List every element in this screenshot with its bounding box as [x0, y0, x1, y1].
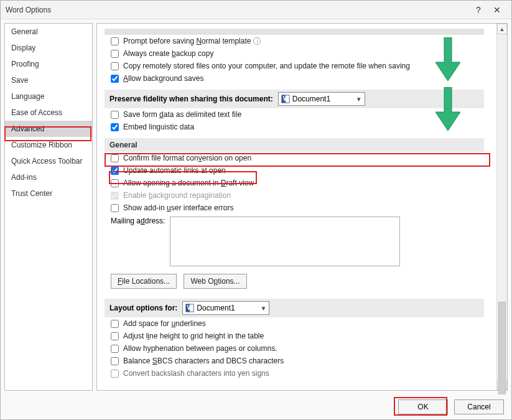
preserve-doc-select[interactable]: W Document1 ▼: [278, 92, 365, 106]
label-enable-bg-repagination: Enable background repagination: [123, 191, 231, 200]
sidebar-item-ease-of-access[interactable]: Ease of Access: [5, 105, 92, 121]
label-adjust-line-height: Adjust line height to grid height in the…: [123, 332, 264, 340]
label-show-addin-errors: Show add-in user interface errors: [123, 203, 233, 212]
checkbox-save-form-data[interactable]: [111, 111, 119, 119]
help-button[interactable]: ?: [469, 1, 488, 19]
label-balance-sbcs: Balance SBCS characters and DBCS charact…: [123, 357, 284, 365]
word-doc-icon: W: [281, 95, 290, 103]
checkbox-adjust-line-height[interactable]: [111, 332, 119, 340]
section-general: General: [105, 138, 484, 152]
cancel-button[interactable]: Cancel: [454, 399, 504, 414]
ok-button[interactable]: OK: [398, 399, 448, 414]
checkbox-copy-remote[interactable]: [111, 62, 119, 70]
opt-allow-hyphenation[interactable]: Allow hyphenation between pages or colum…: [105, 342, 484, 355]
sidebar-item-advanced[interactable]: Advanced: [5, 121, 92, 137]
word-doc-icon: W: [185, 304, 194, 312]
layout-options-row: Layout options for: W Document1 ▼: [105, 299, 484, 317]
svg-text:W: W: [282, 95, 289, 102]
opt-copy-remote[interactable]: Copy remotely stored files onto your com…: [105, 60, 484, 72]
sidebar-item-language[interactable]: Language: [5, 88, 92, 105]
mailing-address-row: Mailing address:: [105, 214, 484, 269]
opt-allow-bg-saves[interactable]: Allow background saves: [105, 72, 484, 85]
mailing-address-field[interactable]: [170, 217, 400, 266]
file-locations-button[interactable]: File Locations...: [111, 274, 177, 289]
titlebar: Word Options ? ✕: [1, 1, 511, 19]
opt-update-auto-links[interactable]: Update automatic links at open: [105, 164, 484, 177]
opt-balance-sbcs[interactable]: Balance SBCS characters and DBCS charact…: [105, 355, 484, 367]
label-embed-linguistic: Embed linguistic data: [123, 123, 194, 131]
preserve-doc-value: Document1: [292, 95, 330, 103]
checkbox-add-space-underlines[interactable]: [111, 320, 119, 328]
sidebar-item-customize-ribbon[interactable]: Customize Ribbon: [5, 137, 92, 153]
vertical-scrollbar[interactable]: ▲ ▼: [496, 24, 507, 390]
sidebar-item-add-ins[interactable]: Add-ins: [5, 169, 92, 185]
checkbox-allow-hyphenation[interactable]: [111, 345, 119, 353]
label-add-space-underlines: Add space for underlines: [123, 319, 206, 328]
preserve-fidelity-row: Preserve fidelity when sharing this docu…: [105, 90, 484, 108]
sidebar-item-quick-access-toolbar[interactable]: Quick Access Toolbar: [5, 153, 92, 169]
opt-allow-draft[interactable]: Allow opening a document in Draft view: [105, 177, 484, 189]
sidebar-item-save[interactable]: Save: [5, 72, 92, 88]
sidebar-item-general[interactable]: General: [5, 24, 92, 40]
sidebar-item-trust-center[interactable]: Trust Center: [5, 185, 92, 202]
checkbox-balance-sbcs[interactable]: [111, 357, 119, 365]
label-allow-hyphenation: Allow hyphenation between pages or colum…: [123, 344, 277, 353]
label-prompt-normal: Prompt before saving Normal template: [123, 37, 251, 45]
layout-doc-value: Document1: [197, 304, 235, 312]
opt-confirm-conversion[interactable]: Confirm file format conversion on open: [105, 152, 484, 164]
checkbox-update-auto-links[interactable]: [111, 167, 119, 175]
chevron-down-icon: ▼: [356, 96, 362, 103]
svg-text:W: W: [187, 304, 193, 311]
label-backup-copy: Always create backup copy: [123, 49, 213, 58]
checkbox-allow-bg-saves[interactable]: [111, 75, 119, 83]
label-convert-backslash: Convert backslash characters into yen si…: [123, 369, 269, 378]
checkbox-allow-draft[interactable]: [111, 179, 119, 187]
label-allow-bg-saves: Allow background saves: [123, 74, 203, 83]
checkbox-show-addin-errors[interactable]: [111, 204, 119, 212]
opt-backup-copy[interactable]: Always create backup copy: [105, 47, 484, 60]
checkbox-prompt-normal[interactable]: [111, 37, 119, 45]
opt-convert-backslash[interactable]: Convert backslash characters into yen si…: [105, 367, 484, 380]
section-bar-top: [105, 29, 484, 35]
dialog-body: General Display Proofing Save Language E…: [1, 19, 511, 394]
opt-prompt-normal[interactable]: Prompt before saving Normal template i: [105, 35, 484, 47]
dialog-footer: OK Cancel: [1, 394, 511, 419]
annotation-arrow-down-icon: [435, 87, 460, 131]
preserve-fidelity-label: Preserve fidelity when sharing this docu…: [109, 95, 273, 103]
checkbox-backup-copy[interactable]: [111, 50, 119, 58]
chevron-down-icon: ▼: [260, 305, 266, 312]
label-copy-remote: Copy remotely stored files onto your com…: [123, 62, 410, 70]
opt-embed-linguistic[interactable]: Embed linguistic data: [105, 121, 484, 133]
opt-adjust-line-height[interactable]: Adjust line height to grid height in the…: [105, 330, 484, 342]
checkbox-embed-linguistic[interactable]: [111, 123, 119, 131]
general-buttons-row: File Locations... Web Options...: [105, 269, 484, 294]
layout-doc-select[interactable]: W Document1 ▼: [182, 301, 269, 315]
checkbox-enable-bg-repagination: [111, 192, 119, 200]
mailing-address-label: Mailing address:: [111, 217, 165, 225]
scroll-thumb[interactable]: [498, 302, 506, 394]
sidebar: General Display Proofing Save Language E…: [4, 23, 93, 391]
annotation-arrow-down-icon: [435, 37, 460, 81]
layout-options-label: Layout options for:: [109, 304, 177, 312]
checkbox-confirm-conversion[interactable]: [111, 154, 119, 162]
scroll-track[interactable]: [497, 34, 507, 380]
checkbox-convert-backslash[interactable]: [111, 370, 119, 378]
opt-enable-bg-repagination: Enable background repagination: [105, 189, 484, 202]
web-options-button[interactable]: Web Options...: [184, 274, 246, 289]
opt-save-form-data[interactable]: Save form data as delimited text file: [105, 108, 484, 121]
sidebar-item-proofing[interactable]: Proofing: [5, 56, 92, 72]
dialog-title: Word Options: [6, 6, 469, 14]
label-update-auto-links: Update automatic links at open: [123, 166, 226, 175]
info-icon: i: [253, 37, 261, 45]
close-button[interactable]: ✕: [488, 1, 506, 19]
scroll-up-button[interactable]: ▲: [497, 24, 507, 34]
label-save-form-data: Save form data as delimited text file: [123, 110, 241, 119]
opt-show-addin-errors[interactable]: Show add-in user interface errors: [105, 202, 484, 214]
label-allow-draft: Allow opening a document in Draft view: [123, 179, 254, 187]
label-confirm-conversion: Confirm file format conversion on open: [123, 154, 251, 162]
opt-add-space-underlines[interactable]: Add space for underlines: [105, 317, 484, 330]
sidebar-item-display[interactable]: Display: [5, 40, 92, 56]
